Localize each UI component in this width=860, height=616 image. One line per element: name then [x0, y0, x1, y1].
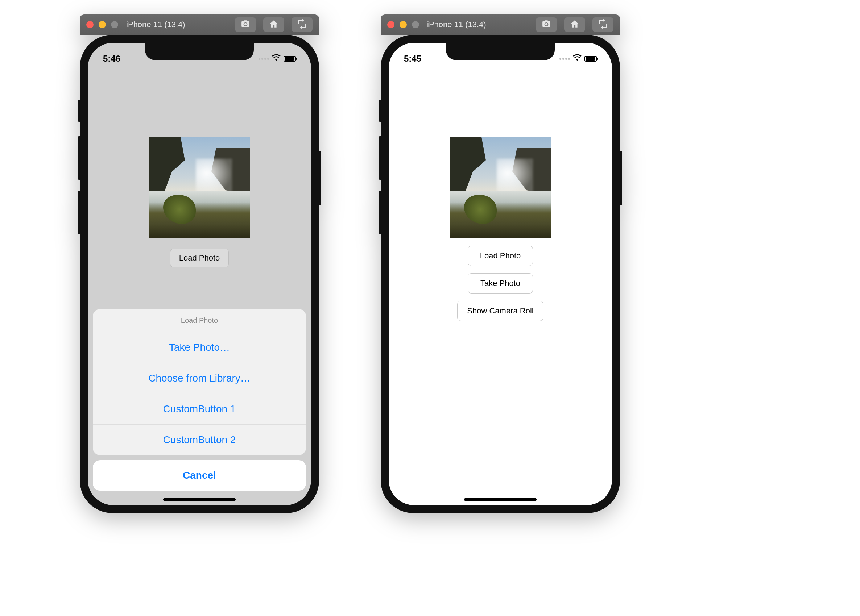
notch: [446, 43, 555, 60]
phone-screen: 5:45 Load Photo Take Photo Show Camera R…: [389, 43, 612, 505]
action-sheet-item-choose-library[interactable]: Choose from Library…: [93, 363, 306, 394]
status-time: 5:45: [404, 53, 421, 64]
action-sheet-cancel[interactable]: Cancel: [93, 460, 306, 491]
window-title: iPhone 11 (13.4): [427, 20, 486, 29]
minimize-icon[interactable]: [400, 21, 407, 28]
home-indicator[interactable]: [163, 498, 236, 501]
screenshot-button[interactable]: [235, 17, 256, 32]
simulator-window-left: iPhone 11 (13.4): [80, 14, 319, 513]
traffic-lights: [86, 21, 118, 28]
action-sheet-item-take-photo[interactable]: Take Photo…: [93, 332, 306, 363]
app-content: Load Photo Take Photo Show Camera Roll: [389, 43, 612, 505]
zoom-icon[interactable]: [412, 21, 419, 28]
status-time: 5:46: [103, 53, 120, 64]
cellular-icon: [559, 58, 570, 60]
phone-frame: 5:46 Load Photo Load Photo: [80, 35, 319, 513]
battery-icon: [584, 56, 597, 61]
home-button[interactable]: [263, 17, 284, 32]
screenshot-icon: [541, 19, 551, 30]
action-sheet-group: Load Photo Take Photo… Choose from Libra…: [93, 309, 306, 455]
wifi-icon: [272, 53, 281, 64]
window-title: iPhone 11 (13.4): [126, 20, 185, 29]
screenshot-button[interactable]: [536, 17, 557, 32]
rotate-icon: [297, 19, 307, 30]
photo-thumbnail: [149, 137, 250, 238]
wifi-icon: [573, 53, 582, 64]
simulator-window-right: iPhone 11 (13.4): [381, 14, 620, 513]
home-icon: [269, 19, 278, 30]
rotate-button[interactable]: [292, 17, 312, 32]
take-photo-button[interactable]: Take Photo: [468, 273, 533, 293]
home-indicator[interactable]: [464, 498, 537, 501]
titlebar: iPhone 11 (13.4): [381, 14, 620, 35]
status-icons: [559, 53, 597, 64]
battery-icon: [284, 56, 296, 61]
notch: [145, 43, 254, 60]
zoom-icon[interactable]: [111, 21, 118, 28]
action-sheet-title: Load Photo: [93, 309, 306, 332]
traffic-lights: [387, 21, 419, 28]
rotate-button[interactable]: [592, 17, 614, 32]
minimize-icon[interactable]: [99, 21, 106, 28]
home-icon: [570, 19, 579, 30]
load-photo-button[interactable]: Load Photo: [468, 246, 533, 266]
status-icons: [259, 53, 296, 64]
screenshot-icon: [241, 19, 250, 30]
photo-thumbnail: [450, 137, 551, 238]
show-camera-roll-button[interactable]: Show Camera Roll: [457, 301, 543, 321]
load-photo-button[interactable]: Load Photo: [170, 249, 229, 267]
close-icon[interactable]: [387, 21, 394, 28]
home-button[interactable]: [564, 17, 585, 32]
action-sheet: Load Photo Take Photo… Choose from Libra…: [93, 309, 306, 491]
action-sheet-item-custom-2[interactable]: CustomButton 2: [93, 425, 306, 455]
cellular-icon: [259, 58, 269, 60]
phone-frame: 5:45 Load Photo Take Photo Show Camera R…: [381, 35, 620, 513]
phone-screen: 5:46 Load Photo Load Photo: [88, 43, 311, 505]
titlebar: iPhone 11 (13.4): [80, 14, 319, 35]
close-icon[interactable]: [86, 21, 94, 28]
action-sheet-item-custom-1[interactable]: CustomButton 1: [93, 394, 306, 425]
rotate-icon: [598, 19, 608, 30]
